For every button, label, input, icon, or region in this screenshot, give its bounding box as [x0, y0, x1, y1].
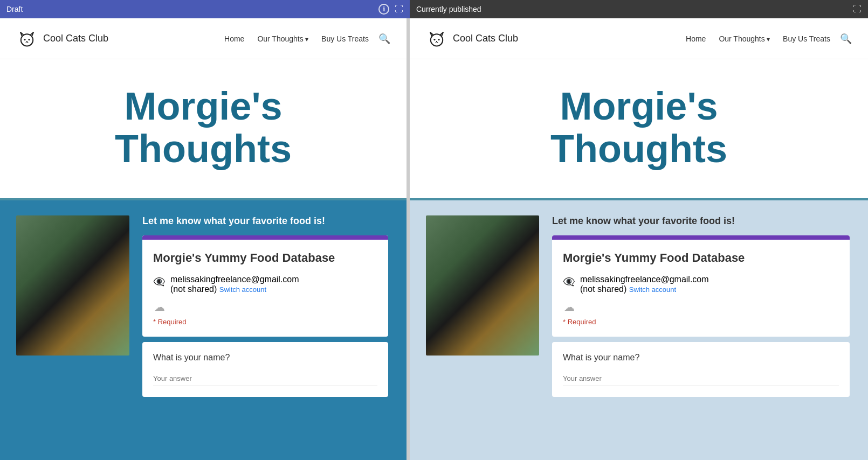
right-form-scroll[interactable]: Morgie's Yummy Food Database 👁️‍🗨️ melis…: [552, 235, 852, 445]
right-hero: Morgie's Thoughts: [410, 59, 868, 200]
left-content-section: Let me know what your favorite food is! …: [0, 200, 407, 460]
right-cat-logo-icon: [426, 28, 447, 50]
published-panel: Cool Cats Club Home Our Thoughts Buy Us …: [410, 18, 868, 460]
right-account-shared: (not shared): [580, 284, 626, 294]
svg-point-5: [438, 39, 439, 40]
left-nav-bar: Cool Cats Club Home Our Thoughts Buy Us …: [0, 18, 407, 59]
svg-point-1: [24, 39, 25, 40]
left-hero-title: Morgie's Thoughts: [115, 85, 292, 170]
right-account-row: 👁️‍🗨️ melissakingfreelance@gmail.com (no…: [563, 275, 839, 294]
svg-point-2: [28, 39, 30, 40]
panels: Cool Cats Club Home Our Thoughts Buy Us …: [0, 18, 868, 460]
left-form-scroll[interactable]: Morgie's Yummy Food Database 👁️‍🗨️ melis…: [142, 235, 390, 445]
draft-label: Draft: [6, 5, 23, 13]
left-form-prompt: Let me know what your favorite food is!: [142, 215, 390, 227]
left-nav-buy-treats[interactable]: Buy Us Treats: [321, 34, 369, 43]
left-required-label: * Required: [153, 318, 377, 326]
right-account-info: melissakingfreelance@gmail.com (not shar…: [580, 275, 709, 294]
right-account-email: melissakingfreelance@gmail.com: [580, 275, 709, 284]
left-form-header-card: Morgie's Yummy Food Database 👁️‍🗨️ melis…: [142, 235, 388, 337]
left-question-title: What is your name?: [153, 353, 377, 363]
left-nav-links: Home Our Thoughts Buy Us Treats: [224, 34, 369, 43]
published-label: Currently published: [416, 5, 481, 13]
left-cat-image: [16, 215, 129, 356]
left-account-row: 👁️‍🗨️ melissakingfreelance@gmail.com (no…: [153, 275, 377, 294]
left-form-card-title: Morgie's Yummy Food Database: [153, 250, 377, 266]
left-form-area: Let me know what your favorite food is! …: [142, 215, 390, 445]
right-form-card-title: Morgie's Yummy Food Database: [563, 250, 839, 266]
published-bar: Currently published ⛶: [410, 0, 868, 18]
right-cat-image: [426, 215, 539, 356]
left-eye-off-icon: 👁️‍🗨️: [153, 276, 165, 288]
right-form-area: Let me know what your favorite food is! …: [552, 215, 852, 445]
left-search-icon[interactable]: 🔍: [378, 33, 390, 45]
draft-bar: Draft ℹ ⛶: [0, 0, 410, 18]
svg-point-0: [21, 34, 33, 46]
right-nav-buy-treats[interactable]: Buy Us Treats: [783, 34, 830, 43]
right-form-header-card: Morgie's Yummy Food Database 👁️‍🗨️ melis…: [552, 235, 850, 337]
right-nav-home[interactable]: Home: [686, 34, 706, 43]
right-form-card-body: Morgie's Yummy Food Database 👁️‍🗨️ melis…: [552, 240, 850, 337]
left-question-card: What is your name?: [142, 342, 388, 397]
right-question-title: What is your name?: [563, 353, 839, 363]
top-bars: Draft ℹ ⛶ Currently published ⛶: [0, 0, 868, 18]
right-logo-text: Cool Cats Club: [453, 33, 518, 44]
left-account-email: melissakingfreelance@gmail.com: [170, 275, 299, 284]
left-nav-home[interactable]: Home: [224, 34, 244, 43]
left-cat-logo-icon: [16, 28, 38, 50]
right-search-icon[interactable]: 🔍: [840, 33, 852, 45]
svg-point-4: [433, 39, 435, 40]
right-logo: Cool Cats Club: [426, 28, 518, 50]
left-account-info: melissakingfreelance@gmail.com (not shar…: [170, 275, 299, 294]
right-hero-title: Morgie's Thoughts: [550, 85, 727, 170]
expand-icon[interactable]: ⛶: [395, 4, 403, 14]
draft-bar-icons: ℹ ⛶: [378, 4, 403, 15]
left-cloud-icon: ☁: [154, 301, 377, 313]
right-nav-links: Home Our Thoughts Buy Us Treats: [686, 34, 830, 43]
left-form-card-body: Morgie's Yummy Food Database 👁️‍🗨️ melis…: [142, 240, 388, 337]
right-nav-bar: Cool Cats Club Home Our Thoughts Buy Us …: [410, 18, 868, 59]
left-hero: Morgie's Thoughts: [0, 59, 407, 200]
right-question-card: What is your name?: [552, 342, 850, 397]
right-switch-account[interactable]: Switch account: [629, 285, 676, 294]
svg-point-3: [431, 34, 443, 46]
expand-published-icon[interactable]: ⛶: [853, 4, 862, 14]
left-answer-input[interactable]: [153, 371, 377, 386]
right-form-prompt: Let me know what your favorite food is!: [552, 215, 852, 227]
right-form-card-header-bar: [552, 235, 850, 240]
left-nav-our-thoughts[interactable]: Our Thoughts: [257, 34, 308, 43]
right-cloud-icon: ☁: [564, 301, 839, 313]
published-bar-icons: ⛶: [853, 4, 862, 14]
info-icon[interactable]: ℹ: [378, 4, 389, 15]
draft-panel: Cool Cats Club Home Our Thoughts Buy Us …: [0, 18, 410, 460]
right-answer-input[interactable]: [563, 371, 839, 386]
left-switch-account[interactable]: Switch account: [219, 285, 266, 294]
left-account-shared: (not shared): [170, 284, 217, 294]
right-required-label: * Required: [563, 318, 839, 326]
right-content-section: Let me know what your favorite food is! …: [410, 200, 868, 460]
right-nav-our-thoughts[interactable]: Our Thoughts: [719, 34, 770, 43]
left-form-card-header-bar: [142, 235, 388, 240]
right-eye-off-icon: 👁️‍🗨️: [563, 276, 575, 288]
left-logo-text: Cool Cats Club: [43, 33, 108, 44]
left-logo: Cool Cats Club: [16, 28, 108, 50]
